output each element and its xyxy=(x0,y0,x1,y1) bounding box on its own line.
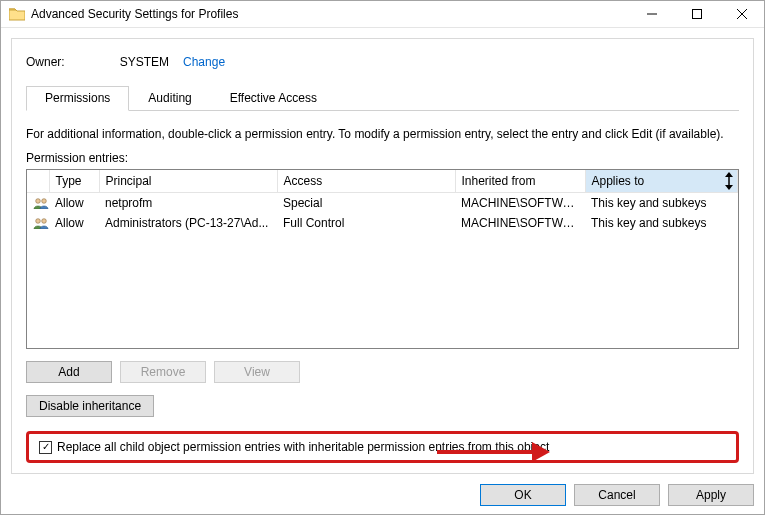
cell-principal: Administrators (PC-13-27\Ad... xyxy=(99,213,277,233)
add-button[interactable]: Add xyxy=(26,361,112,383)
column-header-inherited[interactable]: Inherited from xyxy=(455,170,585,192)
window-body: Owner: SYSTEM Change Permissions Auditin… xyxy=(1,28,764,514)
disable-inheritance-button[interactable]: Disable inheritance xyxy=(26,395,154,417)
tab-permissions[interactable]: Permissions xyxy=(26,86,129,111)
tab-strip: Permissions Auditing Effective Access xyxy=(26,85,739,111)
svg-rect-1 xyxy=(692,10,701,19)
replace-child-entries-checkbox[interactable]: ✓ xyxy=(39,441,52,454)
svg-point-7 xyxy=(42,218,47,223)
cell-access: Full Control xyxy=(277,213,455,233)
principal-group-icon xyxy=(27,192,49,213)
cell-applies: This key and subkeys xyxy=(585,213,738,233)
resize-cursor-icon xyxy=(722,172,736,193)
cell-type: Allow xyxy=(49,213,99,233)
column-header-principal[interactable]: Principal xyxy=(99,170,277,192)
window-title: Advanced Security Settings for Profiles xyxy=(31,7,629,21)
owner-label: Owner: xyxy=(26,55,65,69)
column-header-type[interactable]: Type xyxy=(49,170,99,192)
apply-button[interactable]: Apply xyxy=(668,484,754,506)
table-row[interactable]: Allow netprofm Special MACHINE\SOFTWARE.… xyxy=(27,192,738,213)
titlebar: Advanced Security Settings for Profiles xyxy=(1,1,764,28)
column-header-applies[interactable]: Applies to xyxy=(585,170,738,192)
cancel-button[interactable]: Cancel xyxy=(574,484,660,506)
column-header-access[interactable]: Access xyxy=(277,170,455,192)
entry-buttons: Add Remove View xyxy=(26,361,739,383)
tab-effective-access[interactable]: Effective Access xyxy=(211,86,336,111)
description-text: For additional information, double-click… xyxy=(26,127,739,141)
tab-auditing[interactable]: Auditing xyxy=(129,86,210,111)
cell-type: Allow xyxy=(49,192,99,213)
remove-button: Remove xyxy=(120,361,206,383)
view-button: View xyxy=(214,361,300,383)
svg-point-6 xyxy=(36,218,41,223)
principal-group-icon xyxy=(27,213,49,233)
maximize-button[interactable] xyxy=(674,1,719,27)
replace-child-entries-row[interactable]: ✓ Replace all child object permission en… xyxy=(26,431,739,463)
ok-button[interactable]: OK xyxy=(480,484,566,506)
column-header-icon[interactable] xyxy=(27,170,49,192)
close-button[interactable] xyxy=(719,1,764,27)
change-owner-link[interactable]: Change xyxy=(183,55,225,69)
folder-icon xyxy=(9,7,25,21)
table-row[interactable]: Allow Administrators (PC-13-27\Ad... Ful… xyxy=(27,213,738,233)
window-advanced-security: Advanced Security Settings for Profiles … xyxy=(0,0,765,515)
owner-value: SYSTEM xyxy=(120,55,169,69)
cell-inherited: MACHINE\SOFTWARE... xyxy=(455,213,585,233)
content-panel: Owner: SYSTEM Change Permissions Auditin… xyxy=(11,38,754,474)
cell-applies: This key and subkeys xyxy=(585,192,738,213)
cell-access: Special xyxy=(277,192,455,213)
svg-point-5 xyxy=(42,198,47,203)
entries-label: Permission entries: xyxy=(26,151,739,165)
svg-point-4 xyxy=(36,198,41,203)
cell-principal: netprofm xyxy=(99,192,277,213)
owner-row: Owner: SYSTEM Change xyxy=(26,55,739,69)
permissions-table[interactable]: Type Principal Access Inherited from App… xyxy=(26,169,739,349)
dialog-footer: OK Cancel Apply xyxy=(11,474,754,506)
table-header-row: Type Principal Access Inherited from App… xyxy=(27,170,738,192)
caption-buttons xyxy=(629,1,764,27)
cell-inherited: MACHINE\SOFTWARE... xyxy=(455,192,585,213)
minimize-button[interactable] xyxy=(629,1,674,27)
replace-child-entries-label: Replace all child object permission entr… xyxy=(57,440,549,454)
